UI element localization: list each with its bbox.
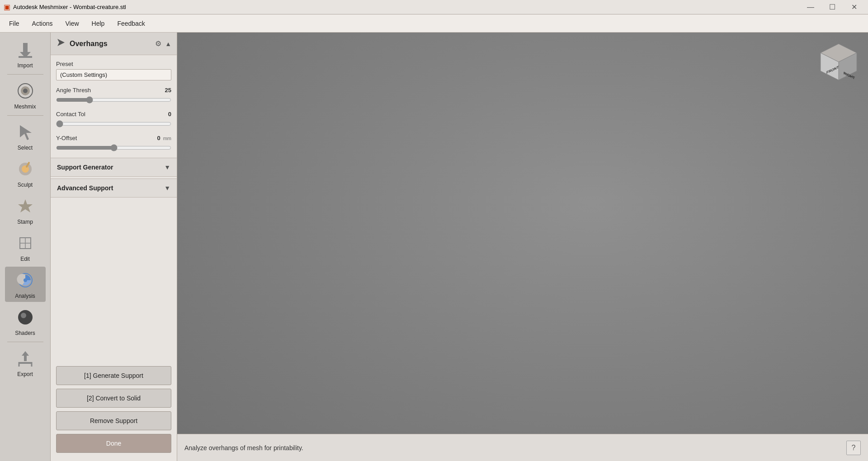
menu-view[interactable]: View xyxy=(60,18,84,29)
select-label: Select xyxy=(18,145,33,151)
menubar: File Actions View Help Feedback xyxy=(0,14,868,33)
edit-icon xyxy=(14,232,36,254)
select-icon xyxy=(14,121,36,143)
svg-point-17 xyxy=(21,313,26,318)
toolbar-divider-3 xyxy=(7,342,43,342)
svg-point-15 xyxy=(24,278,27,282)
support-generator-header[interactable]: Support Generator ▼ xyxy=(51,158,177,176)
maximize-button[interactable]: ☐ xyxy=(822,0,843,14)
svg-point-5 xyxy=(23,89,28,93)
tool-export[interactable]: Export xyxy=(5,345,46,380)
close-button[interactable]: ✕ xyxy=(844,0,864,14)
generate-support-button[interactable]: [1] Generate Support xyxy=(56,366,171,385)
tool-import[interactable]: Import xyxy=(5,36,46,71)
titlebar-left: ▣ Autodesk Meshmixer - Wombat-creature.s… xyxy=(4,3,126,11)
panel-spacer xyxy=(51,198,177,362)
support-generator-arrow: ▼ xyxy=(164,164,170,171)
svg-marker-23 xyxy=(57,39,65,46)
y-offset-header: Y-Offset 0 mm xyxy=(56,135,171,141)
menu-help[interactable]: Help xyxy=(86,18,110,29)
angle-thresh-slider[interactable] xyxy=(56,96,171,103)
panel-title: Overhangs xyxy=(70,40,151,48)
tool-select[interactable]: Select xyxy=(5,118,46,154)
svg-marker-10 xyxy=(18,199,33,212)
y-offset-value: 0 xyxy=(157,135,160,141)
meshmix-icon xyxy=(14,80,36,102)
preset-row: (Custom Settings) Default Fine Coarse xyxy=(56,69,171,80)
contact-tol-name: Contact Tol xyxy=(56,111,85,118)
tool-shaders[interactable]: Shaders xyxy=(5,304,46,339)
angle-thresh-value: 25 xyxy=(165,87,171,94)
viewport-background xyxy=(177,33,868,461)
shaders-label: Shaders xyxy=(15,330,35,336)
sculpt-label: Sculpt xyxy=(18,182,33,188)
action-buttons: [1] Generate Support [2] Convert to Soli… xyxy=(51,362,177,461)
panel-content: Preset (Custom Settings) Default Fine Co… xyxy=(51,55,177,158)
stamp-label: Stamp xyxy=(17,219,33,225)
y-offset-slider[interactable] xyxy=(56,144,171,151)
export-label: Export xyxy=(17,371,33,377)
advanced-support-section: Advanced Support ▼ xyxy=(51,179,177,198)
import-label: Import xyxy=(17,62,33,69)
info-text: Analyze overhangs of mesh for printabili… xyxy=(184,444,303,452)
meshmix-label: Meshmix xyxy=(14,103,36,110)
contact-tol-param: Contact Tol 0 xyxy=(56,111,171,128)
main-content: Import Meshmix Select xyxy=(0,33,868,461)
contact-tol-value: 0 xyxy=(168,111,171,118)
app-title: Autodesk Meshmixer - Wombat-creature.stl xyxy=(13,4,126,10)
left-toolbar: Import Meshmix Select xyxy=(0,33,51,461)
menu-file[interactable]: File xyxy=(4,18,25,29)
contact-tol-slider[interactable] xyxy=(56,120,171,127)
advanced-support-arrow: ▼ xyxy=(164,184,170,192)
settings-icon[interactable]: ⚙ xyxy=(155,39,161,48)
shaders-icon xyxy=(14,306,36,328)
preset-label: Preset xyxy=(56,61,171,67)
advanced-support-label: Advanced Support xyxy=(57,184,113,192)
titlebar: ▣ Autodesk Meshmixer - Wombat-creature.s… xyxy=(0,0,868,14)
support-generator-section: Support Generator ▼ xyxy=(51,158,177,177)
preset-field: Preset (Custom Settings) Default Fine Co… xyxy=(56,61,171,80)
tool-analysis[interactable]: Analysis xyxy=(5,267,46,302)
svg-rect-18 xyxy=(19,362,32,364)
info-bar: Analyze overhangs of mesh for printabili… xyxy=(177,434,868,461)
sculpt-icon xyxy=(14,158,36,180)
side-panel: Overhangs ⚙ ▲ Preset (Custom Settings) D… xyxy=(51,33,177,461)
analysis-icon xyxy=(14,269,36,291)
titlebar-controls: — ☐ ✕ xyxy=(800,0,864,14)
angle-thresh-param: Angle Thresh 25 xyxy=(56,87,171,104)
advanced-support-header[interactable]: Advanced Support ▼ xyxy=(51,179,177,197)
minimize-button[interactable]: — xyxy=(800,0,821,14)
toolbar-divider-2 xyxy=(7,115,43,116)
export-icon xyxy=(14,348,36,369)
tool-edit[interactable]: Edit xyxy=(5,230,46,265)
stamp-icon xyxy=(14,195,36,217)
viewport[interactable]: FRONT RIGHT Analyze overhangs of mesh fo… xyxy=(177,33,868,461)
tool-stamp[interactable]: Stamp xyxy=(5,193,46,228)
tool-sculpt[interactable]: Sculpt xyxy=(5,155,46,191)
svg-point-8 xyxy=(22,165,29,173)
nav-cube[interactable]: FRONT RIGHT xyxy=(818,42,859,82)
collapse-icon[interactable]: ▲ xyxy=(165,40,171,47)
app-icon: ▣ xyxy=(4,3,10,11)
y-offset-param: Y-Offset 0 mm xyxy=(56,135,171,152)
import-icon xyxy=(14,39,36,61)
analysis-label: Analysis xyxy=(15,293,35,299)
support-generator-label: Support Generator xyxy=(57,164,113,171)
y-offset-name: Y-Offset xyxy=(56,135,77,141)
help-button[interactable]: ? xyxy=(846,441,861,455)
svg-marker-20 xyxy=(22,351,29,356)
remove-support-button[interactable]: Remove Support xyxy=(56,411,171,430)
edit-label: Edit xyxy=(20,256,30,262)
convert-to-solid-button[interactable]: [2] Convert to Solid xyxy=(56,389,171,408)
svg-rect-2 xyxy=(19,56,32,58)
angle-thresh-header: Angle Thresh 25 xyxy=(56,87,171,94)
panel-header: Overhangs ⚙ ▲ xyxy=(51,33,177,55)
tool-meshmix[interactable]: Meshmix xyxy=(5,77,46,113)
angle-thresh-name: Angle Thresh xyxy=(56,87,91,94)
menu-feedback[interactable]: Feedback xyxy=(112,18,150,29)
menu-actions[interactable]: Actions xyxy=(27,18,58,29)
done-button[interactable]: Done xyxy=(56,434,171,453)
toolbar-divider xyxy=(7,74,43,75)
panel-header-icon xyxy=(56,38,66,50)
preset-select[interactable]: (Custom Settings) Default Fine Coarse xyxy=(56,69,171,80)
